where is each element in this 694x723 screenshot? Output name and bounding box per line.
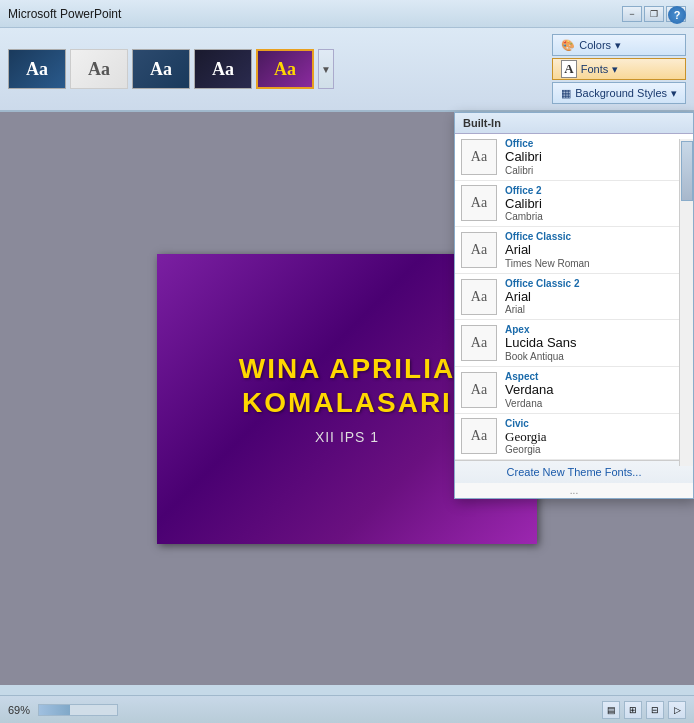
- minimize-button[interactable]: −: [622, 6, 642, 22]
- themes-row: Aa Aa Aa Aa Aa ▼ 🎨 Colors ▾ A Fonts ▾ ▦ …: [0, 28, 694, 112]
- font-info-office: Office Calibri Calibri: [505, 138, 687, 176]
- font-preview-office2: Aa: [461, 185, 497, 221]
- main-content: WINA APRILIA KOMALASARI XII IPS 1 Built-…: [0, 112, 694, 685]
- theme-thumbnail-5[interactable]: Aa: [256, 49, 314, 89]
- font-set-name: Office Classic 2: [505, 278, 687, 289]
- font-set-name: Civic: [505, 418, 687, 429]
- font-item-apex[interactable]: Aa Apex Lucida Sans Book Antiqua: [455, 320, 693, 367]
- font-heading: Verdana: [505, 382, 687, 398]
- slide-title: WINA APRILIA KOMALASARI: [239, 352, 455, 419]
- font-info-apex: Apex Lucida Sans Book Antiqua: [505, 324, 687, 362]
- font-body: Arial: [505, 304, 687, 315]
- view-reading-icon[interactable]: ⊟: [646, 701, 664, 719]
- dropdown-scrollbar[interactable]: [679, 139, 693, 466]
- dropdown-arrow-icon-fonts: ▾: [612, 63, 618, 76]
- restore-button[interactable]: ❐: [644, 6, 664, 22]
- title-bar: Microsoft PowerPoint − ❐ ✕: [0, 0, 694, 28]
- zoom-fill: [39, 705, 70, 715]
- scrollbar-thumb[interactable]: [681, 141, 693, 201]
- font-heading: Georgia: [505, 429, 687, 445]
- font-info-office-classic2: Office Classic 2 Arial Arial: [505, 278, 687, 316]
- font-preview-apex: Aa: [461, 325, 497, 361]
- dropdown-arrow-icon-bg: ▾: [671, 87, 677, 100]
- more-indicator: ...: [455, 483, 693, 498]
- dropdown-arrow-icon: ▾: [615, 39, 621, 52]
- font-set-name: Apex: [505, 324, 687, 335]
- fonts-button[interactable]: A Fonts ▾: [552, 58, 686, 80]
- view-normal-icon[interactable]: ▤: [602, 701, 620, 719]
- font-heading: Lucida Sans: [505, 335, 687, 351]
- help-button[interactable]: ?: [668, 6, 686, 24]
- font-preview-civic: Aa: [461, 418, 497, 454]
- palette-icon: 🎨: [561, 39, 575, 52]
- status-icons: ▤ ⊞ ⊟ ▷: [602, 701, 686, 719]
- font-info-aspect: Aspect Verdana Verdana: [505, 371, 687, 409]
- font-item-aspect[interactable]: Aa Aspect Verdana Verdana: [455, 367, 693, 414]
- app-title: Microsoft PowerPoint: [8, 7, 622, 21]
- background-styles-button[interactable]: ▦ Background Styles ▾: [552, 82, 686, 104]
- font-set-name: Office: [505, 138, 687, 149]
- font-set-name: Aspect: [505, 371, 687, 382]
- font-set-name: Office 2: [505, 185, 687, 196]
- font-body: Calibri: [505, 165, 687, 176]
- font-item-civic[interactable]: Aa Civic Georgia Georgia: [455, 414, 693, 461]
- font-preview-aspect: Aa: [461, 372, 497, 408]
- create-theme-fonts-button[interactable]: Create New Theme Fonts...: [455, 460, 693, 483]
- status-bar: 69% ▤ ⊞ ⊟ ▷: [0, 695, 694, 723]
- zoom-bar[interactable]: [38, 704, 118, 716]
- view-slideshow-icon[interactable]: ▷: [668, 701, 686, 719]
- background-icon: ▦: [561, 87, 571, 100]
- font-heading: Arial: [505, 242, 687, 258]
- font-heading: Arial: [505, 289, 687, 305]
- font-info-civic: Civic Georgia Georgia: [505, 418, 687, 456]
- font-heading: Calibri: [505, 149, 687, 165]
- view-slide-icon[interactable]: ⊞: [624, 701, 642, 719]
- font-item-office-classic[interactable]: Aa Office Classic Arial Times New Roman: [455, 227, 693, 274]
- font-heading: Calibri: [505, 196, 687, 212]
- theme-buttons: 🎨 Colors ▾ A Fonts ▾ ▦ Background Styles…: [552, 34, 686, 104]
- dropdown-header: Built-In: [455, 113, 693, 134]
- theme-thumbnail-1[interactable]: Aa: [8, 49, 66, 89]
- font-body: Verdana: [505, 398, 687, 409]
- fonts-dropdown-panel: Built-In Aa Office Calibri Calibri Aa Of…: [454, 112, 694, 499]
- scroll-right-arrow[interactable]: ▼: [318, 49, 334, 89]
- font-set-name: Office Classic: [505, 231, 687, 242]
- colors-button[interactable]: 🎨 Colors ▾: [552, 34, 686, 56]
- font-item-office-classic2[interactable]: Aa Office Classic 2 Arial Arial: [455, 274, 693, 321]
- theme-thumbnail-2[interactable]: Aa: [70, 49, 128, 89]
- font-body: Georgia: [505, 444, 687, 455]
- font-preview-office: Aa: [461, 139, 497, 175]
- font-info-office2: Office 2 Calibri Cambria: [505, 185, 687, 223]
- slide-subtitle: XII IPS 1: [315, 429, 379, 445]
- font-icon: A: [561, 60, 576, 78]
- font-item-office2[interactable]: Aa Office 2 Calibri Cambria: [455, 181, 693, 228]
- theme-thumbnail-4[interactable]: Aa: [194, 49, 252, 89]
- font-preview-office-classic2: Aa: [461, 279, 497, 315]
- font-body: Book Antiqua: [505, 351, 687, 362]
- font-item-office[interactable]: Aa Office Calibri Calibri: [455, 134, 693, 181]
- font-preview-office-classic: Aa: [461, 232, 497, 268]
- zoom-level: 69%: [8, 704, 30, 716]
- font-info-office-classic: Office Classic Arial Times New Roman: [505, 231, 687, 269]
- font-body: Times New Roman: [505, 258, 687, 269]
- theme-thumbnail-3[interactable]: Aa: [132, 49, 190, 89]
- font-body: Cambria: [505, 211, 687, 222]
